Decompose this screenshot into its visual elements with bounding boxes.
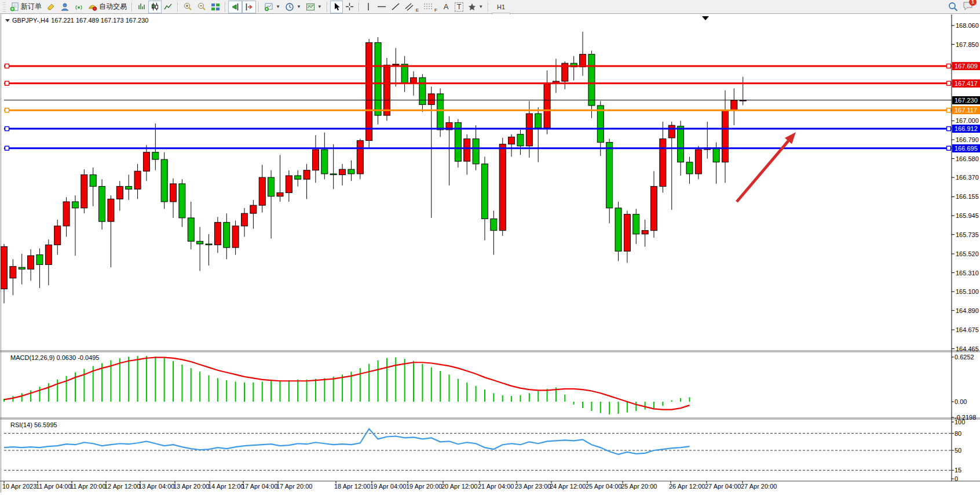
line-chart-button[interactable] [162, 1, 175, 13]
text-tool-glyph: A [444, 2, 449, 11]
crosshair-icon [345, 2, 354, 11]
cursor-icon [332, 2, 341, 11]
candlestick-chart-button[interactable] [148, 1, 162, 13]
caret-down-icon: ▼ [276, 4, 280, 9]
autotrading-label: 自动交易 [99, 2, 127, 12]
person-icon [60, 2, 70, 12]
chart-shift-button[interactable] [242, 1, 256, 13]
horizontal-line-icon [377, 2, 386, 11]
paint-bucket-icon [46, 2, 56, 12]
label-tool-glyph: T [455, 2, 463, 12]
bar-chart-icon [137, 2, 146, 11]
toolbar: 新订单 自动交易 [0, 0, 980, 14]
trendline-tool[interactable] [389, 1, 403, 13]
candlestick-icon [151, 2, 159, 11]
template-dropdown[interactable]: ▼ [303, 1, 324, 13]
shapes-icon [468, 3, 476, 11]
trendline-icon [391, 2, 400, 11]
separator [131, 2, 133, 12]
new-order-label: 新订单 [21, 2, 42, 12]
channel-glyph: E [416, 8, 419, 13]
notifications-button[interactable]: 1 [963, 1, 973, 13]
styler-button[interactable] [44, 1, 58, 13]
cursor-button[interactable] [330, 1, 343, 13]
zoom-in-button[interactable] [181, 1, 195, 13]
chart-window[interactable]: GBPJPY-,H4 167.221 167.489 167.173 167.2… [0, 14, 980, 495]
caret-down-icon: ▼ [297, 4, 301, 9]
caret-down-icon: ▼ [317, 4, 322, 9]
template-icon [306, 2, 315, 12]
autotrading-button[interactable]: 自动交易 [86, 1, 129, 13]
zoom-in-icon [183, 2, 192, 12]
signal-icon [74, 2, 83, 12]
zoom-out-button[interactable] [195, 1, 209, 13]
mt4-window: 新订单 自动交易 [0, 0, 980, 495]
text-label-tool[interactable]: T [452, 1, 466, 13]
horizontal-line-tool[interactable] [375, 1, 389, 13]
search-icon[interactable] [948, 2, 958, 12]
equidistant-channel-tool[interactable]: E [403, 1, 421, 13]
arrows-dropdown[interactable]: ▼ [466, 1, 485, 13]
vertical-line-icon [365, 2, 372, 11]
clock-icon [285, 2, 294, 12]
new-order-button[interactable]: 新订单 [8, 1, 44, 13]
separator [177, 2, 178, 12]
zoom-out-icon [197, 2, 206, 12]
crosshair-button[interactable] [343, 1, 356, 13]
caret-down-icon: ▼ [478, 4, 483, 9]
timeframe-button-h1[interactable]: H1 [492, 1, 510, 13]
chart-shift-icon [244, 2, 254, 12]
line-chart-icon [164, 2, 173, 11]
auto-scroll-button[interactable] [228, 1, 242, 13]
separator [359, 2, 360, 12]
community-button[interactable] [58, 1, 72, 13]
tile-windows-icon [211, 2, 220, 12]
toolbar-right: 1 [948, 1, 979, 13]
new-chart-dropdown[interactable]: ▼ [262, 1, 283, 13]
fibonacci-tool[interactable]: F [421, 1, 440, 13]
auto-scroll-icon [231, 2, 240, 12]
autotrading-icon [88, 2, 97, 12]
signals-button[interactable] [72, 1, 86, 13]
notification-badge: 1 [969, 0, 977, 6]
chart-canvas[interactable] [0, 14, 980, 495]
bar-chart-button[interactable] [135, 1, 148, 13]
separator [327, 2, 328, 12]
channel-icon [405, 2, 415, 11]
text-tool[interactable]: A [440, 1, 452, 13]
period-dropdown[interactable]: ▼ [283, 1, 303, 13]
toolbar-grip[interactable] [3, 2, 6, 12]
fibonacci-glyph: F [434, 8, 437, 13]
tile-windows-button[interactable] [209, 1, 222, 13]
separator [225, 2, 226, 12]
separator [488, 2, 489, 12]
new-order-icon [10, 2, 19, 12]
vertical-line-tool[interactable] [362, 1, 375, 13]
new-chart-icon [264, 2, 273, 12]
fibonacci-icon [423, 2, 434, 11]
separator [258, 2, 259, 12]
